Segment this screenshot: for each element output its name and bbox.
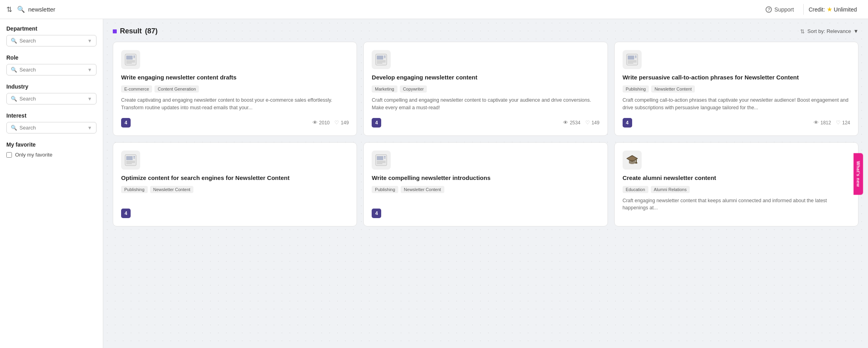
whats-new-tab[interactable]: What's new bbox=[853, 153, 863, 195]
card-tag: Education bbox=[623, 186, 648, 193]
card-footer: 4 bbox=[121, 206, 349, 218]
department-label: Department bbox=[6, 25, 96, 32]
card-title: Write engaging newsletter content drafts bbox=[121, 73, 349, 81]
card-item[interactable]: Develop engaging newsletter content Mark… bbox=[363, 42, 608, 136]
credit-value: Unlimited bbox=[834, 6, 857, 13]
sort-control[interactable]: ⇅ Sort by: Relevance ▼ bbox=[800, 28, 858, 35]
industry-label: Industry bbox=[6, 83, 96, 90]
views-stat: 👁 1812 bbox=[814, 120, 831, 126]
svg-rect-27 bbox=[126, 163, 132, 164]
layout: Department 🔍 ▼ Role 🔍 ▼ Industry 🔍 ▼ bbox=[0, 19, 868, 348]
results-indicator bbox=[113, 29, 117, 33]
card-level-badge: 4 bbox=[623, 118, 632, 128]
likes-stat: ♡ 149 bbox=[334, 120, 349, 126]
svg-rect-2 bbox=[133, 56, 135, 57]
svg-rect-29 bbox=[377, 156, 383, 160]
search-icon: 🔍 bbox=[17, 6, 25, 13]
card-icon bbox=[623, 151, 642, 170]
header-search-wrapper: 🔍 bbox=[17, 6, 758, 13]
card-item[interactable]: Write engaging newsletter content drafts… bbox=[113, 42, 357, 136]
card-icon bbox=[372, 50, 391, 69]
views-stat: 👁 2010 bbox=[312, 120, 330, 126]
results-count: (87) bbox=[145, 27, 158, 35]
role-search-input[interactable] bbox=[19, 67, 87, 73]
support-label: Support bbox=[774, 6, 794, 13]
card-stats: 👁 2534 ♡ 149 bbox=[563, 120, 600, 126]
card-description: Craft engaging newsletter content that k… bbox=[623, 197, 850, 212]
card-item[interactable]: Create alumni newsletter content Educati… bbox=[614, 142, 858, 227]
only-my-favorite-row[interactable]: Only my favorite bbox=[6, 152, 96, 158]
support-button[interactable]: ? Support bbox=[762, 5, 797, 14]
role-select[interactable]: 🔍 ▼ bbox=[6, 64, 96, 75]
results-label: Result bbox=[120, 27, 142, 35]
svg-rect-37 bbox=[636, 159, 637, 162]
card-item[interactable]: Optimize content for search engines for … bbox=[113, 142, 357, 227]
likes-count: 149 bbox=[341, 120, 349, 126]
svg-rect-34 bbox=[377, 163, 382, 164]
industry-search-input[interactable] bbox=[19, 96, 87, 102]
department-search-input[interactable] bbox=[19, 38, 87, 44]
heart-icon: ♡ bbox=[585, 120, 590, 126]
card-tag: Newsletter Content bbox=[651, 85, 695, 93]
interest-select[interactable]: 🔍 ▼ bbox=[6, 122, 96, 133]
svg-rect-11 bbox=[377, 60, 386, 61]
sort-icon[interactable]: ⇅ bbox=[6, 5, 12, 14]
svg-rect-30 bbox=[384, 156, 386, 157]
industry-select[interactable]: 🔍 ▼ bbox=[6, 93, 96, 104]
likes-stat: ♡ 149 bbox=[585, 120, 600, 126]
card-level-badge: 4 bbox=[121, 118, 131, 128]
interest-search-input[interactable] bbox=[19, 125, 87, 131]
interest-filter: Interest 🔍 ▼ bbox=[6, 112, 96, 133]
sort-icon: ⇅ bbox=[800, 28, 805, 35]
role-search-icon: 🔍 bbox=[11, 67, 17, 73]
card-tag: Alumni Relations bbox=[651, 186, 690, 193]
card-description: Craft compelling call-to-action phrases … bbox=[623, 97, 850, 112]
svg-rect-9 bbox=[384, 56, 386, 57]
card-level-badge: 4 bbox=[372, 209, 381, 218]
card-title: Develop engaging newsletter content bbox=[372, 73, 599, 81]
views-count: 2010 bbox=[319, 120, 330, 126]
results-title: Result (87) bbox=[113, 27, 158, 35]
card-icon bbox=[121, 50, 140, 69]
card-tag: Copywriter bbox=[400, 85, 427, 93]
eye-icon: 👁 bbox=[563, 120, 568, 126]
card-title: Write compelling newsletter introduction… bbox=[372, 174, 599, 182]
role-filter: Role 🔍 ▼ bbox=[6, 54, 96, 75]
department-select[interactable]: 🔍 ▼ bbox=[6, 35, 96, 46]
card-footer bbox=[623, 216, 850, 218]
card-title: Create alumni newsletter content bbox=[623, 174, 850, 182]
interest-label: Interest bbox=[6, 112, 96, 119]
views-count: 2534 bbox=[570, 120, 581, 126]
only-my-favorite-checkbox[interactable] bbox=[6, 152, 12, 158]
svg-rect-5 bbox=[126, 62, 135, 62]
sort-chevron-icon: ▼ bbox=[853, 28, 858, 34]
cards-grid: Write engaging newsletter content drafts… bbox=[113, 42, 858, 226]
header-search-input[interactable] bbox=[28, 6, 758, 13]
svg-rect-25 bbox=[126, 161, 135, 162]
credit-badge: Credit: ★ Unlimited bbox=[803, 4, 862, 15]
header-right: ? Support Credit: ★ Unlimited bbox=[762, 4, 862, 15]
card-stats: 👁 1812 ♡ 124 bbox=[814, 120, 850, 126]
card-footer: 4 👁 2010 ♡ 149 bbox=[121, 116, 349, 128]
svg-rect-20 bbox=[628, 63, 633, 64]
likes-count: 124 bbox=[842, 120, 850, 126]
svg-rect-4 bbox=[126, 60, 135, 61]
card-item[interactable]: Write compelling newsletter introduction… bbox=[363, 142, 608, 227]
card-tags: MarketingCopywriter bbox=[372, 85, 599, 93]
svg-rect-15 bbox=[628, 56, 634, 60]
industry-search-icon: 🔍 bbox=[11, 96, 17, 102]
department-filter: Department 🔍 ▼ bbox=[6, 25, 96, 46]
card-item[interactable]: Write persuasive call-to-action phrases … bbox=[614, 42, 858, 136]
svg-point-38 bbox=[635, 162, 637, 163]
svg-rect-32 bbox=[377, 161, 386, 162]
card-tags: PublishingNewsletter Content bbox=[121, 186, 349, 193]
only-my-favorite-label: Only my favorite bbox=[15, 152, 52, 158]
card-tag: Publishing bbox=[121, 186, 148, 193]
svg-rect-10 bbox=[384, 57, 386, 58]
card-tag: E-commerce bbox=[121, 85, 152, 93]
card-description: Create captivating and engaging newslett… bbox=[121, 97, 349, 112]
views-stat: 👁 2534 bbox=[563, 120, 581, 126]
eye-icon: 👁 bbox=[814, 120, 819, 126]
card-icon bbox=[372, 151, 391, 170]
card-tag: Publishing bbox=[372, 186, 398, 193]
